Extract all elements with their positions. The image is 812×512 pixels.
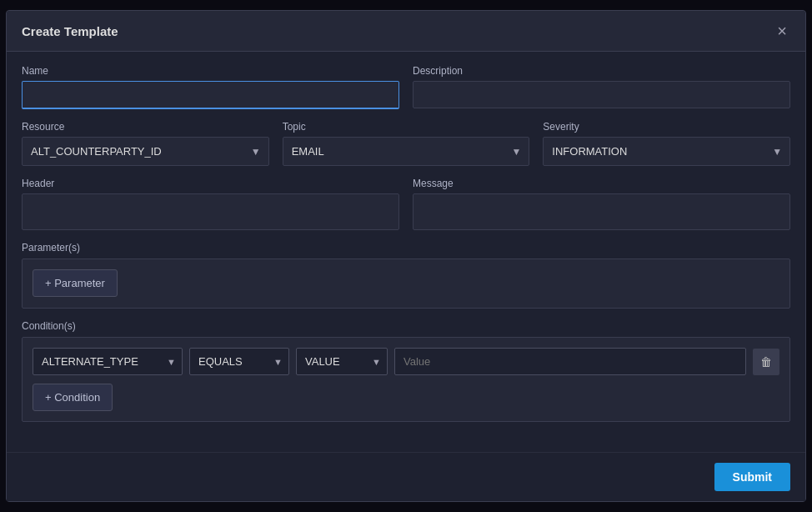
severity-chevron-icon: ▼: [772, 146, 782, 158]
parameters-box: + Parameter: [22, 259, 790, 309]
name-description-row: Name Description: [22, 65, 790, 109]
conditions-label: Condition(s): [22, 320, 790, 332]
topic-value: EMAIL: [292, 145, 324, 158]
condition-valuetype-select[interactable]: VALUE: [296, 348, 388, 375]
modal-body: Name Description Resource ALT_COUNTERPAR…: [7, 52, 805, 452]
trash-icon: 🗑: [760, 355, 772, 369]
topic-select[interactable]: EMAIL ▼: [283, 137, 530, 166]
condition-type-wrapper[interactable]: ALTERNATE_TYPE ▼: [33, 348, 183, 375]
resource-value: ALT_COUNTERPARTY_ID: [31, 145, 162, 158]
resource-topic-severity-row: Resource ALT_COUNTERPARTY_ID ▼ Topic EMA…: [22, 121, 790, 166]
topic-chevron-icon: ▼: [511, 146, 521, 158]
name-label: Name: [22, 65, 399, 77]
condition-value-input[interactable]: [394, 348, 746, 375]
condition-type-select[interactable]: ALTERNATE_TYPE: [33, 348, 183, 375]
parameters-section: Parameter(s) + Parameter: [22, 242, 790, 309]
conditions-section: Condition(s) ALTERNATE_TYPE ▼: [22, 320, 790, 422]
name-field-group: Name: [22, 65, 399, 109]
header-label: Header: [22, 178, 399, 189]
message-label: Message: [413, 178, 790, 189]
topic-field-group: Topic EMAIL ▼: [283, 121, 530, 166]
severity-field-group: Severity INFORMATION ▼: [543, 121, 790, 166]
modal-overlay: Create Template × Name Description Resou…: [0, 0, 812, 512]
submit-button[interactable]: Submit: [714, 463, 790, 491]
condition-row: ALTERNATE_TYPE ▼ EQUALS ▼: [33, 348, 779, 375]
header-message-row: Header Message: [22, 178, 790, 230]
resource-field-group: Resource ALT_COUNTERPARTY_ID ▼: [22, 121, 269, 166]
description-label: Description: [413, 65, 790, 77]
topic-select-wrapper[interactable]: EMAIL ▼: [283, 137, 530, 166]
resource-label: Resource: [22, 121, 269, 133]
description-field-group: Description: [413, 65, 790, 108]
resource-select-wrapper[interactable]: ALT_COUNTERPARTY_ID ▼: [22, 137, 269, 166]
parameters-label: Parameter(s): [22, 242, 790, 253]
resource-chevron-icon: ▼: [251, 146, 261, 158]
delete-condition-button[interactable]: 🗑: [753, 349, 779, 375]
condition-operator-wrapper[interactable]: EQUALS ▼: [189, 348, 289, 375]
severity-select[interactable]: INFORMATION ▼: [543, 137, 790, 166]
header-field-group: Header: [22, 178, 399, 230]
severity-value: INFORMATION: [552, 145, 627, 158]
severity-select-wrapper[interactable]: INFORMATION ▼: [543, 137, 790, 166]
add-parameter-button[interactable]: + Parameter: [33, 269, 118, 297]
message-field-group: Message: [413, 178, 790, 230]
header-input[interactable]: [22, 193, 399, 230]
modal-title: Create Template: [22, 24, 118, 38]
resource-select[interactable]: ALT_COUNTERPARTY_ID ▼: [22, 137, 269, 166]
modal-header: Create Template ×: [7, 11, 805, 52]
topic-label: Topic: [283, 121, 530, 133]
modal-footer: Submit: [7, 452, 805, 501]
create-template-modal: Create Template × Name Description Resou…: [6, 10, 806, 502]
description-input[interactable]: [413, 81, 790, 108]
name-input[interactable]: [22, 81, 399, 109]
close-button[interactable]: ×: [774, 23, 790, 39]
severity-label: Severity: [543, 121, 790, 133]
message-input[interactable]: [413, 193, 790, 230]
condition-valuetype-wrapper[interactable]: VALUE ▼: [296, 348, 388, 375]
condition-operator-select[interactable]: EQUALS: [189, 348, 289, 375]
add-condition-button[interactable]: + Condition: [33, 384, 113, 411]
conditions-box: ALTERNATE_TYPE ▼ EQUALS ▼: [22, 337, 790, 422]
